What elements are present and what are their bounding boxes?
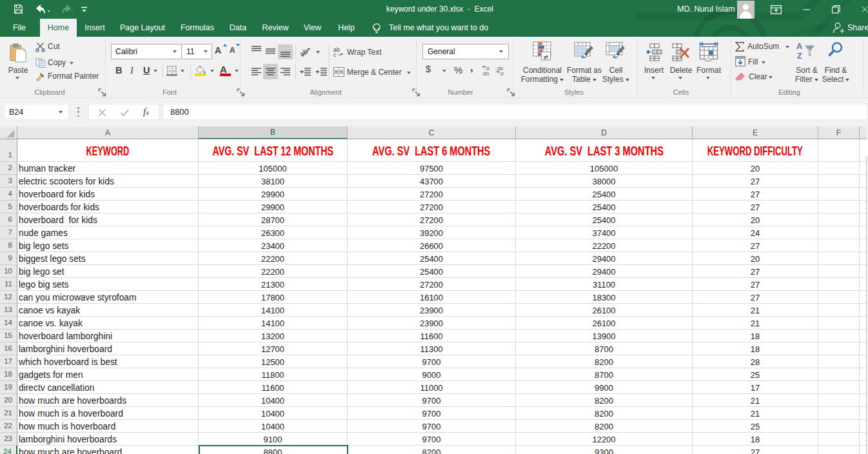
svg-text:.0: .0 xyxy=(499,71,504,76)
svg-text:A: A xyxy=(796,42,802,51)
svg-text:.00: .00 xyxy=(482,71,489,76)
svg-text:Z: Z xyxy=(797,52,802,61)
svg-text:c: c xyxy=(333,52,337,57)
